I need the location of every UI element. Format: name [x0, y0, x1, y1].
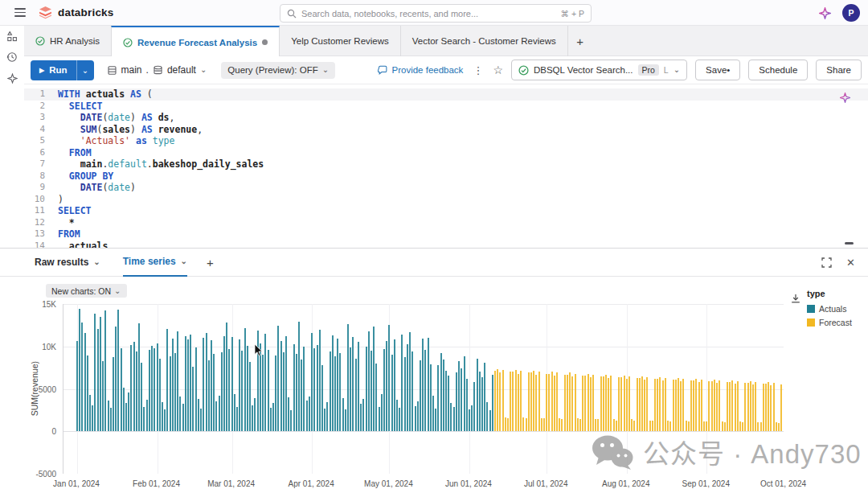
bar-actuals[interactable]: [391, 355, 393, 431]
bar-actuals[interactable]: [206, 333, 207, 431]
bar-actuals[interactable]: [170, 356, 171, 431]
bar-actuals[interactable]: [192, 367, 194, 431]
bar-actuals[interactable]: [87, 355, 88, 431]
bar-actuals[interactable]: [203, 338, 204, 431]
bar-actuals[interactable]: [94, 314, 96, 432]
bar-forecast[interactable]: [673, 380, 674, 431]
bar-actuals[interactable]: [123, 388, 125, 431]
bar-forecast[interactable]: [575, 374, 576, 432]
bar-forecast[interactable]: [603, 376, 604, 432]
bar-actuals[interactable]: [110, 408, 112, 432]
bar-forecast[interactable]: [569, 372, 571, 431]
bar-actuals[interactable]: [481, 377, 483, 432]
query-preview-toggle[interactable]: Query (Preview): OFF ⌄: [221, 62, 335, 79]
bar-actuals[interactable]: [125, 403, 127, 431]
download-chart-icon[interactable]: [791, 292, 800, 306]
bar-actuals[interactable]: [424, 350, 426, 431]
bar-actuals[interactable]: [345, 409, 346, 431]
bar-actuals[interactable]: [136, 351, 137, 431]
bar-actuals[interactable]: [117, 310, 119, 431]
tab-revenue-forecast-analysis[interactable]: Revenue Forecast Analysis: [111, 26, 280, 57]
bar-actuals[interactable]: [411, 351, 413, 431]
bar-actuals[interactable]: [381, 394, 383, 431]
bar-actuals[interactable]: [448, 376, 449, 432]
bar-forecast[interactable]: [538, 372, 540, 431]
bar-forecast[interactable]: [624, 376, 625, 432]
bar-actuals[interactable]: [355, 359, 357, 432]
bar-actuals[interactable]: [113, 357, 114, 431]
bar-forecast[interactable]: [556, 372, 558, 431]
bar-actuals[interactable]: [141, 363, 142, 431]
bar-actuals[interactable]: [466, 379, 468, 431]
legend-item-actuals[interactable]: Actuals: [807, 304, 852, 314]
bar-forecast[interactable]: [567, 375, 568, 432]
bar-actuals[interactable]: [486, 402, 488, 431]
code-line[interactable]: 5 'Actuals' as type: [24, 135, 868, 147]
bar-forecast[interactable]: [502, 370, 504, 431]
kebab-menu[interactable]: ⋮: [471, 64, 485, 76]
bar-actuals[interactable]: [473, 382, 475, 431]
bar-forecast[interactable]: [669, 421, 671, 432]
bar-actuals[interactable]: [166, 329, 168, 432]
share-button[interactable]: Share: [816, 60, 862, 80]
bar-forecast[interactable]: [518, 374, 519, 432]
bar-actuals[interactable]: [81, 323, 83, 431]
bar-actuals[interactable]: [298, 322, 300, 431]
bar-actuals[interactable]: [443, 360, 444, 432]
bar-forecast[interactable]: [561, 419, 563, 431]
bar-forecast[interactable]: [665, 378, 666, 431]
bar-forecast[interactable]: [494, 371, 496, 431]
bar-actuals[interactable]: [342, 398, 344, 431]
bar-forecast[interactable]: [626, 379, 628, 431]
bar-forecast[interactable]: [682, 379, 684, 431]
bar-actuals[interactable]: [272, 403, 274, 431]
bar-forecast[interactable]: [554, 376, 555, 432]
bar-actuals[interactable]: [185, 336, 186, 431]
bar-forecast[interactable]: [548, 374, 550, 432]
bar-forecast[interactable]: [522, 417, 524, 431]
bar-forecast[interactable]: [708, 381, 710, 431]
bar-actuals[interactable]: [228, 349, 230, 431]
bar-actuals[interactable]: [407, 344, 408, 432]
bar-forecast[interactable]: [641, 376, 643, 432]
bar-actuals[interactable]: [492, 375, 493, 432]
bar-actuals[interactable]: [435, 409, 436, 431]
bar-actuals[interactable]: [450, 403, 452, 431]
bar-forecast[interactable]: [688, 421, 690, 432]
bar-actuals[interactable]: [244, 328, 246, 432]
bar-actuals[interactable]: [479, 372, 481, 431]
bar-actuals[interactable]: [430, 364, 432, 431]
bar-actuals[interactable]: [198, 399, 199, 431]
bar-forecast[interactable]: [768, 382, 769, 431]
bar-actuals[interactable]: [285, 336, 287, 431]
bar-forecast[interactable]: [727, 382, 728, 431]
bar-actuals[interactable]: [309, 397, 310, 431]
bar-actuals[interactable]: [89, 395, 91, 431]
bar-actuals[interactable]: [401, 335, 403, 431]
bar-actuals[interactable]: [440, 353, 442, 431]
bar-actuals[interactable]: [149, 350, 150, 431]
bar-actuals[interactable]: [317, 345, 318, 432]
bar-actuals[interactable]: [366, 347, 367, 432]
bar-actuals[interactable]: [221, 352, 223, 431]
bar-forecast[interactable]: [530, 372, 532, 431]
bar-actuals[interactable]: [115, 327, 117, 431]
bar-forecast[interactable]: [698, 382, 700, 431]
run-options-caret[interactable]: ⌄: [76, 60, 94, 80]
bar-actuals[interactable]: [420, 360, 421, 432]
bar-forecast[interactable]: [716, 383, 718, 431]
bar-actuals[interactable]: [368, 331, 370, 431]
add-visualization-button[interactable]: +: [207, 256, 214, 269]
bar-forecast[interactable]: [620, 377, 622, 432]
bar-actuals[interactable]: [352, 337, 354, 431]
bar-forecast[interactable]: [592, 375, 594, 432]
save-button[interactable]: Save•: [695, 60, 740, 80]
bar-forecast[interactable]: [631, 419, 633, 431]
bar-actuals[interactable]: [211, 340, 212, 431]
bar-actuals[interactable]: [223, 336, 225, 431]
bar-actuals[interactable]: [321, 365, 323, 431]
bar-actuals[interactable]: [399, 408, 400, 432]
bar-actuals[interactable]: [388, 325, 390, 431]
bar-actuals[interactable]: [252, 405, 253, 432]
close-results-icon[interactable]: ✕: [846, 257, 855, 269]
